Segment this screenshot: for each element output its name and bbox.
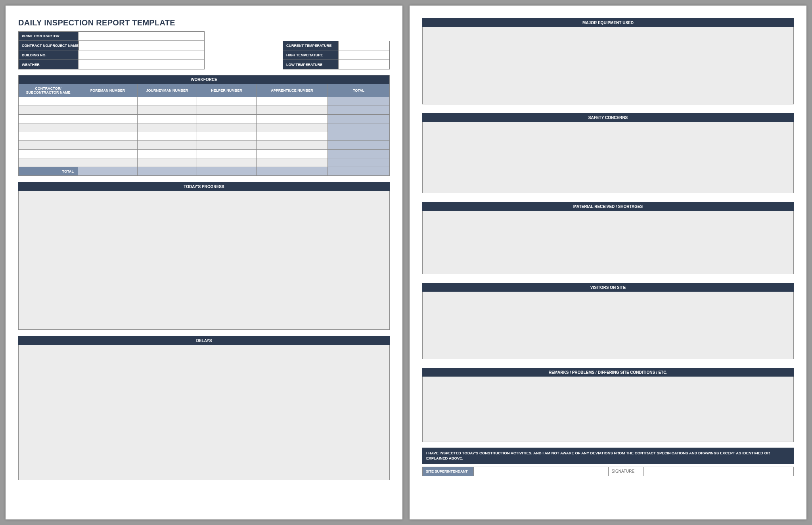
current-temp-label: CURRENT TEMPERATURE — [283, 41, 338, 50]
workforce-table: WORKFORCE CONTRACTOR/ SUBCONTRACTOR NAME… — [18, 75, 390, 176]
remarks-header: REMARKS / PROBLEMS / DIFFERING SITE COND… — [422, 368, 794, 377]
signature-row: SITE SUPERINTENDANT SIGNATURE — [422, 467, 794, 476]
col-apprentice: APPRENTIUCE NUMBER — [257, 84, 328, 97]
weather-field[interactable] — [78, 60, 205, 69]
meta-left: PRIME CONTRACTOR CONTRACT NO./PROJECT NA… — [18, 31, 205, 69]
building-no-field[interactable] — [78, 50, 205, 60]
delays-field[interactable] — [18, 345, 390, 480]
page-2: MAJOR EQUIPMENT USED SAFETY CONCERNS MAT… — [410, 6, 806, 519]
safety-header: SAFETY CONCERNS — [422, 113, 794, 122]
high-temp-label: HIGH TEMPERATURE — [283, 50, 338, 60]
signature-field[interactable] — [644, 467, 794, 476]
col-helper: HELPER NUMBER — [197, 84, 257, 97]
document-viewer: DAILY INSPECTION REPORT TEMPLATE PRIME C… — [6, 6, 806, 519]
meta-block: PRIME CONTRACTOR CONTRACT NO./PROJECT NA… — [18, 31, 390, 69]
equipment-field[interactable] — [422, 27, 794, 104]
safety-block: SAFETY CONCERNS — [422, 113, 794, 193]
table-total-row: TOTAL — [19, 167, 389, 175]
table-row[interactable] — [19, 123, 389, 132]
equipment-block: MAJOR EQUIPMENT USED — [422, 18, 794, 104]
delays-block: DELAYS — [18, 336, 390, 480]
high-temp-field[interactable] — [338, 50, 390, 60]
delays-header: DELAYS — [18, 336, 390, 345]
col-contractor: CONTRACTOR/ SUBCONTRACTOR NAME — [19, 84, 78, 97]
col-foreman: FOREMAN NUMBER — [78, 84, 138, 97]
visitors-block: VISITORS ON SITE — [422, 283, 794, 359]
low-temp-field[interactable] — [338, 60, 390, 69]
page-title: DAILY INSPECTION REPORT TEMPLATE — [18, 18, 390, 27]
table-row[interactable] — [19, 97, 389, 106]
signature-label: SIGNATURE — [608, 467, 644, 476]
table-row[interactable] — [19, 132, 389, 140]
col-journeyman: JOURNEYMAN NUMBER — [138, 84, 197, 97]
progress-header: TODAY'S PROGRESS — [18, 182, 390, 191]
table-row[interactable] — [19, 140, 389, 149]
visitors-field[interactable] — [422, 292, 794, 359]
material-block: MATERIAL RECEIVED / SHORTAGES — [422, 202, 794, 274]
building-no-label: BUILDING NO. — [18, 50, 78, 60]
material-header: MATERIAL RECEIVED / SHORTAGES — [422, 202, 794, 211]
table-row[interactable] — [19, 114, 389, 123]
safety-field[interactable] — [422, 122, 794, 193]
contract-no-field[interactable] — [79, 41, 205, 50]
low-temp-label: LOW TEMPERATURE — [283, 60, 338, 69]
prime-contractor-field[interactable] — [78, 31, 205, 41]
progress-field[interactable] — [18, 191, 390, 330]
visitors-header: VISITORS ON SITE — [422, 283, 794, 292]
superintendant-label: SITE SUPERINTENDANT — [422, 467, 474, 476]
col-total: TOTAL — [328, 84, 389, 97]
remarks-field[interactable] — [422, 377, 794, 442]
current-temp-field[interactable] — [338, 41, 390, 50]
prime-contractor-label: PRIME CONTRACTOR — [18, 31, 78, 41]
equipment-header: MAJOR EQUIPMENT USED — [422, 18, 794, 27]
declaration-text: I HAVE INSPECTED TODAY'S CONSTRUCTION AC… — [422, 448, 794, 464]
progress-block: TODAY'S PROGRESS — [18, 182, 390, 330]
workforce-header: WORKFORCE — [19, 75, 389, 84]
remarks-block: REMARKS / PROBLEMS / DIFFERING SITE COND… — [422, 368, 794, 442]
meta-right: CURRENT TEMPERATURE HIGH TEMPERATURE LOW… — [283, 41, 390, 69]
page-1: DAILY INSPECTION REPORT TEMPLATE PRIME C… — [6, 6, 402, 519]
contract-no-label: CONTRACT NO./PROJECT NAME — [18, 41, 79, 50]
superintendant-field[interactable] — [474, 467, 608, 476]
total-label: TOTAL — [19, 167, 78, 175]
table-row[interactable] — [19, 106, 389, 114]
material-field[interactable] — [422, 211, 794, 274]
table-row[interactable] — [19, 158, 389, 167]
weather-label: WEATHER — [18, 60, 78, 69]
table-row[interactable] — [19, 149, 389, 158]
